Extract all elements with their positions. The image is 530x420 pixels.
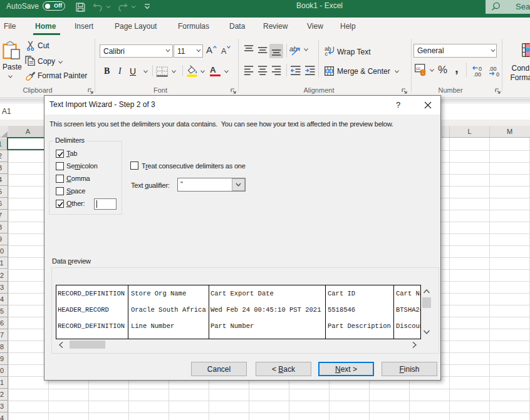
svg-text:.00: .00: [474, 71, 482, 76]
svg-text:cc: cc: [416, 66, 421, 71]
svg-text:c: c: [325, 50, 328, 56]
svg-text:.00: .00: [489, 66, 497, 72]
svg-text:0: 0: [496, 71, 499, 76]
